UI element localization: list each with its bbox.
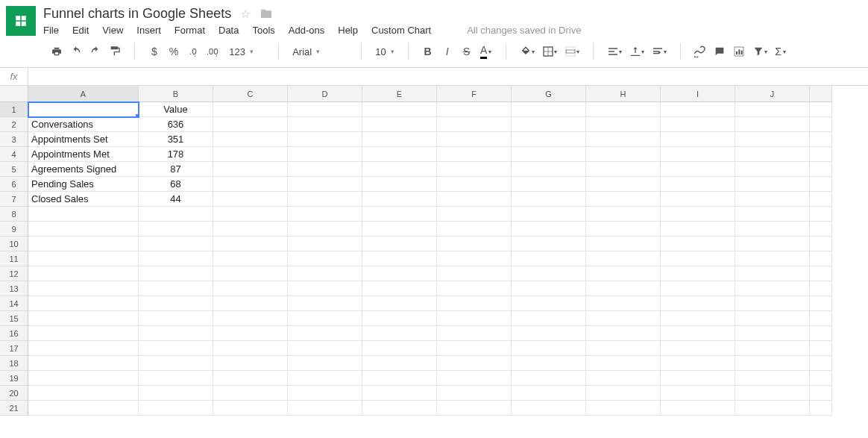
cell-G5[interactable]	[512, 162, 586, 177]
cell-H8[interactable]	[586, 207, 661, 222]
row-header-3[interactable]: 3	[0, 132, 28, 147]
menu-addons[interactable]: Add-ons	[289, 25, 324, 36]
cell-I21[interactable]	[661, 401, 735, 416]
cell-D4[interactable]	[288, 147, 362, 162]
menu-edit[interactable]: Edit	[72, 25, 89, 36]
cell-H12[interactable]	[586, 266, 661, 281]
row-header-14[interactable]: 14	[0, 296, 28, 311]
cell-H13[interactable]	[586, 281, 661, 296]
cell-G17[interactable]	[512, 341, 586, 356]
cell-J3[interactable]	[735, 132, 810, 147]
cell-B18[interactable]	[139, 356, 213, 371]
row-header-5[interactable]: 5	[0, 162, 28, 177]
cell-E18[interactable]	[362, 356, 437, 371]
cell-A8[interactable]	[28, 207, 139, 222]
col-header-J[interactable]: J	[735, 86, 810, 102]
merge-cells-icon[interactable]: ▾	[562, 42, 582, 61]
cell-J19[interactable]	[735, 371, 810, 386]
cell-D11[interactable]	[288, 251, 362, 266]
cell-I2[interactable]	[661, 117, 735, 132]
cell-overflow-5[interactable]	[810, 162, 832, 177]
cell-overflow-4[interactable]	[810, 147, 832, 162]
cell-E2[interactable]	[362, 117, 437, 132]
menu-data[interactable]: Data	[218, 25, 239, 36]
cell-D9[interactable]	[288, 222, 362, 237]
cell-I11[interactable]	[661, 251, 735, 266]
row-header-4[interactable]: 4	[0, 147, 28, 162]
cell-C19[interactable]	[213, 371, 288, 386]
fill-color-icon[interactable]: ▾	[517, 42, 538, 61]
row-header-6[interactable]: 6	[0, 177, 28, 192]
print-icon[interactable]	[48, 42, 66, 61]
cell-A12[interactable]	[28, 266, 139, 281]
cell-A18[interactable]	[28, 356, 139, 371]
cell-F7[interactable]	[437, 192, 512, 207]
cell-F3[interactable]	[437, 132, 512, 147]
cell-I9[interactable]	[661, 222, 735, 237]
cell-H15[interactable]	[586, 311, 661, 326]
cell-B6[interactable]: 68	[139, 177, 213, 192]
cell-E12[interactable]	[362, 266, 437, 281]
cell-H5[interactable]	[586, 162, 661, 177]
cell-H10[interactable]	[586, 237, 661, 251]
cell-A19[interactable]	[28, 371, 139, 386]
cell-overflow-17[interactable]	[810, 341, 832, 356]
col-header-E[interactable]: E	[362, 86, 437, 102]
cell-F16[interactable]	[437, 326, 512, 341]
cell-G18[interactable]	[512, 356, 586, 371]
sheets-logo[interactable]	[6, 6, 36, 36]
cell-I6[interactable]	[661, 177, 735, 192]
cell-J7[interactable]	[735, 192, 810, 207]
cell-D12[interactable]	[288, 266, 362, 281]
horizontal-align-icon[interactable]: ▾	[604, 42, 625, 61]
cell-I20[interactable]	[661, 386, 735, 401]
cell-E15[interactable]	[362, 311, 437, 326]
cell-A15[interactable]	[28, 311, 139, 326]
cell-B11[interactable]	[139, 251, 213, 266]
col-header-F[interactable]: F	[437, 86, 512, 102]
cell-J20[interactable]	[735, 386, 810, 401]
menu-help[interactable]: Help	[338, 25, 358, 36]
cell-I8[interactable]	[661, 207, 735, 222]
cell-I19[interactable]	[661, 371, 735, 386]
cell-G19[interactable]	[512, 371, 586, 386]
row-header-2[interactable]: 2	[0, 117, 28, 132]
italic-icon[interactable]: I	[438, 42, 456, 61]
cell-C12[interactable]	[213, 266, 288, 281]
cell-A10[interactable]	[28, 237, 139, 251]
cell-G1[interactable]	[512, 102, 586, 117]
cell-H6[interactable]	[586, 177, 661, 192]
cell-B12[interactable]	[139, 266, 213, 281]
cell-H4[interactable]	[586, 147, 661, 162]
cell-B17[interactable]	[139, 341, 213, 356]
cell-overflow-18[interactable]	[810, 356, 832, 371]
cell-F21[interactable]	[437, 401, 512, 416]
cell-I7[interactable]	[661, 192, 735, 207]
cell-E7[interactable]	[362, 192, 437, 207]
cell-G14[interactable]	[512, 296, 586, 311]
cell-A11[interactable]	[28, 251, 139, 266]
col-header-B[interactable]: B	[139, 86, 213, 102]
cell-I15[interactable]	[661, 311, 735, 326]
cell-overflow-19[interactable]	[810, 371, 832, 386]
strikethrough-icon[interactable]: S	[458, 42, 476, 61]
cell-H14[interactable]	[586, 296, 661, 311]
cell-B5[interactable]: 87	[139, 162, 213, 177]
cell-overflow-21[interactable]	[810, 401, 832, 416]
cell-G10[interactable]	[512, 237, 586, 251]
cell-G20[interactable]	[512, 386, 586, 401]
redo-icon[interactable]	[87, 42, 104, 61]
cell-B20[interactable]	[139, 386, 213, 401]
cell-G8[interactable]	[512, 207, 586, 222]
cell-I13[interactable]	[661, 281, 735, 296]
cell-overflow-15[interactable]	[810, 311, 832, 326]
cell-E20[interactable]	[362, 386, 437, 401]
cell-C14[interactable]	[213, 296, 288, 311]
cell-I17[interactable]	[661, 341, 735, 356]
cell-B14[interactable]	[139, 296, 213, 311]
cell-D2[interactable]	[288, 117, 362, 132]
cell-D3[interactable]	[288, 132, 362, 147]
row-header-1[interactable]: 1	[0, 102, 28, 117]
cell-G2[interactable]	[512, 117, 586, 132]
cell-D17[interactable]	[288, 341, 362, 356]
